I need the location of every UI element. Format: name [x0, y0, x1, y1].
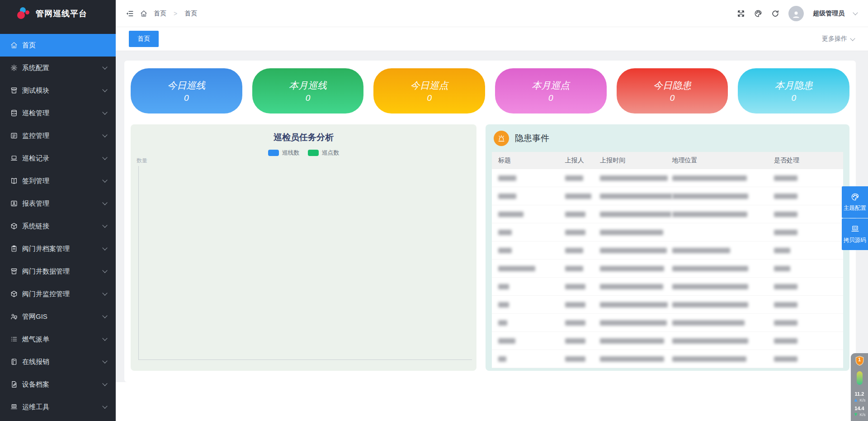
laptop-code-icon [10, 403, 18, 411]
sidebar-item-valve-archive-mgmt[interactable]: 阀门井档案管理 [0, 237, 116, 260]
sidebar-item-label: 系统链接 [22, 222, 49, 231]
table-row[interactable] [492, 223, 843, 241]
chevron-down-icon[interactable] [853, 10, 858, 15]
legend-swatch [308, 150, 319, 156]
sidebar-item-ops-tools[interactable]: 运维工具 [0, 396, 116, 418]
sidebar-item-inspection-records[interactable]: 巡检记录 [0, 147, 116, 170]
avatar[interactable] [788, 6, 804, 21]
clipboard-icon [10, 245, 18, 252]
column-header: 上报时间 [594, 156, 665, 165]
sidebar-item-test-module[interactable]: 测试模块 [0, 79, 116, 102]
stat-card-1: 本月巡线0 [252, 68, 364, 114]
sidebar-item-device-archive[interactable]: 设备档案 [0, 373, 116, 396]
fullscreen-icon[interactable] [737, 9, 745, 18]
stat-cards-row: 今日巡线0本月巡线0今日巡点0本月巡点0今日隐患0本月隐患0 [131, 68, 849, 114]
table-row[interactable] [492, 169, 843, 187]
legend-swatch [268, 150, 279, 156]
stat-card-4: 今日隐患0 [617, 68, 728, 114]
content: 今日巡线0本月巡线0今日巡点0本月巡点0今日隐患0本月隐患0 巡检员任务分析 巡… [116, 51, 868, 421]
table-row[interactable] [492, 350, 843, 368]
redacted-cell [600, 302, 668, 307]
sidebar-item-label: 测试模块 [22, 86, 49, 95]
sidebar-item-online-expense[interactable]: 在线报销 [0, 350, 116, 373]
sidebar-item-checkin-mgmt[interactable]: 签到管理 [0, 170, 116, 192]
redacted-cell [498, 230, 512, 235]
sidebar-item-system-config[interactable]: 系统配置 [0, 57, 116, 79]
stat-card-3: 本月巡点0 [495, 68, 607, 114]
more-operations-button[interactable]: 更多操作 [822, 35, 854, 43]
chevron-down-icon [102, 132, 107, 137]
sidebar-item-gas-dispatch[interactable]: 燃气派单 [0, 328, 116, 350]
database-icon [10, 109, 18, 117]
stat-card-value: 0 [791, 93, 796, 103]
legend-item[interactable]: 巡线数 [268, 149, 300, 157]
table-row[interactable] [492, 205, 843, 223]
network-speed-widget[interactable]: 1 11.2 ▲ K/s 14.4 ▼ K/s [851, 353, 868, 421]
home-icon[interactable] [140, 10, 147, 17]
sidebar-item-label: 签到管理 [22, 177, 49, 185]
sidebar-item-label: 设备档案 [22, 380, 49, 389]
chart-title: 巡检员任务分析 [131, 124, 476, 143]
sidebar-item-valve-data-mgmt[interactable]: 阀门井数据管理 [0, 260, 116, 283]
sidebar: 管网巡线平台 首页系统配置测试模块巡检管理监控管理巡检记录签到管理报表管理系统链… [0, 0, 116, 421]
sidebar-item-label: 系统配置 [22, 64, 49, 72]
redacted-cell [774, 284, 797, 289]
redacted-cell [600, 266, 664, 271]
more-operations-label: 更多操作 [822, 35, 847, 43]
table-row[interactable] [492, 278, 843, 296]
refresh-icon[interactable] [771, 9, 779, 18]
table-row[interactable] [492, 296, 843, 314]
column-header: 上报人 [559, 156, 594, 165]
table-row[interactable] [492, 260, 843, 278]
sidebar-item-label: 监控管理 [22, 132, 49, 140]
stat-card-label: 本月巡点 [532, 79, 570, 92]
redacted-cell [565, 194, 591, 199]
stat-card-5: 本月隐患0 [738, 68, 849, 114]
sidebar-item-system-links[interactable]: 系统链接 [0, 215, 116, 237]
table-row[interactable] [492, 314, 843, 332]
floating-side-buttons: 主题配置拷贝源码 [842, 186, 868, 250]
sidebar-item-pipeline-gis[interactable]: 管网GIS [0, 305, 116, 328]
redacted-cell [774, 266, 790, 271]
logo-icon [17, 7, 31, 20]
chevron-down-icon [102, 313, 107, 318]
sidebar-item-label: 阀门井档案管理 [22, 245, 70, 253]
redacted-cell [565, 284, 585, 289]
legend-item[interactable]: 巡点数 [308, 149, 340, 157]
sidebar-item-valve-monitor-mgmt[interactable]: 阀门井监控管理 [0, 283, 116, 305]
user-name[interactable]: 超级管理员 [813, 9, 844, 18]
table-row[interactable] [492, 187, 843, 205]
redacted-cell [565, 175, 583, 181]
redacted-cell [672, 356, 746, 362]
redacted-cell [498, 320, 507, 326]
table-row[interactable] [492, 241, 843, 260]
chevron-down-icon [102, 87, 107, 92]
tab-home[interactable]: 首页 [129, 31, 159, 47]
breadcrumb-separator: > [174, 10, 177, 17]
sidebar-item-home[interactable]: 首页 [0, 34, 116, 57]
theme-config-button[interactable]: 主题配置 [842, 186, 868, 218]
sidebar-item-label: 管网GIS [22, 312, 47, 321]
redacted-cell [672, 338, 748, 344]
breadcrumb-home[interactable]: 首页 [154, 9, 166, 18]
sidebar-item-inspection-mgmt[interactable]: 巡检管理 [0, 102, 116, 124]
redacted-cell [498, 212, 524, 217]
list-panel-icon [10, 132, 18, 139]
sidebar-item-monitor-mgmt[interactable]: 监控管理 [0, 124, 116, 147]
home-icon [10, 42, 18, 49]
sidebar-item-label: 燃气派单 [22, 335, 49, 344]
upload-speed: 11.2 ▲ K/s [854, 391, 866, 402]
palette-icon[interactable] [754, 9, 762, 18]
redacted-cell [672, 248, 730, 253]
chevron-down-icon [102, 336, 107, 341]
chevron-down-icon [102, 268, 107, 273]
sidebar-item-report-mgmt[interactable]: 报表管理 [0, 192, 116, 215]
copy-source-button[interactable]: 拷贝源码 [842, 218, 868, 250]
redacted-cell [565, 212, 585, 217]
redacted-cell [600, 248, 667, 253]
table-row[interactable] [492, 332, 843, 350]
redacted-cell [600, 356, 664, 362]
collapse-menu-icon[interactable] [126, 9, 134, 18]
sidebar-item-label: 在线报销 [22, 358, 49, 366]
stat-card-0: 今日巡线0 [131, 68, 242, 114]
